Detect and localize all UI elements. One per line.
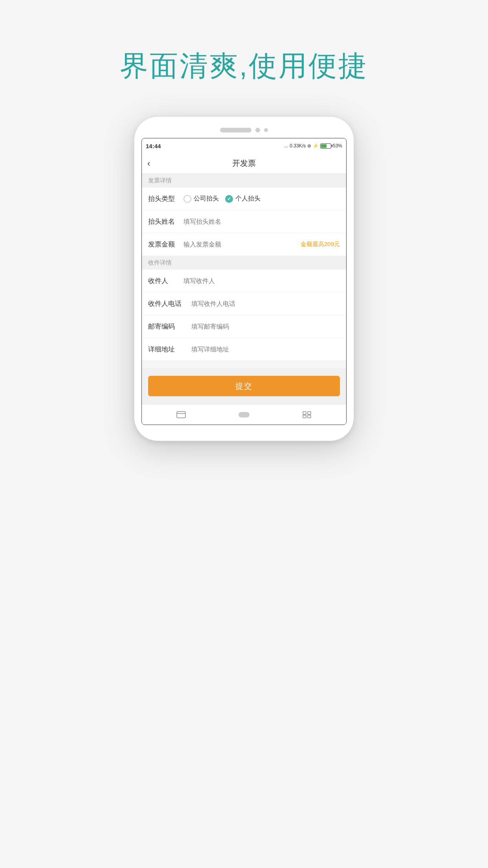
spacer	[142, 361, 346, 368]
page-title: 界面清爽,使用便捷	[120, 47, 368, 85]
header-name-label: 抬头姓名	[148, 217, 183, 226]
svg-rect-4	[303, 415, 306, 418]
navigation-bar: ‹ 开发票	[142, 153, 346, 174]
nav-apps-icon[interactable]	[301, 410, 312, 419]
header-type-label: 抬头类型	[148, 194, 183, 203]
personal-radio[interactable]: ✓	[225, 195, 233, 203]
speed-text: 0.33K/s	[290, 143, 306, 149]
personal-option[interactable]: ✓ 个人抬头	[225, 195, 261, 203]
submit-area: 提交	[142, 368, 346, 404]
company-radio[interactable]	[183, 195, 191, 203]
recipient-label: 收件人	[148, 276, 183, 285]
header-name-input[interactable]	[183, 218, 340, 225]
recipient-input[interactable]	[183, 278, 340, 285]
svg-rect-3	[308, 412, 311, 414]
header-type-row: 抬头类型 公司抬头 ✓ 个人抬头	[142, 188, 346, 210]
phone-label: 收件人电话	[148, 299, 191, 308]
charge-icon: ⚡	[313, 143, 319, 149]
battery-percent: 53%	[333, 143, 342, 149]
address-input[interactable]	[191, 346, 340, 353]
phone-input[interactable]	[191, 300, 340, 307]
header-name-row: 抬头姓名	[142, 210, 346, 233]
amount-input[interactable]	[183, 241, 301, 248]
page-nav-title: 开发票	[232, 158, 256, 169]
phone-camera-dot	[255, 128, 260, 132]
bottom-nav	[142, 404, 346, 425]
status-icons: ... 0.33K/s ⊛ ⚡ 53%	[284, 143, 342, 149]
invoice-detail-header: 发票详情	[142, 174, 346, 188]
phone-outer: 14:44 ... 0.33K/s ⊛ ⚡ 53% ‹ 开发票	[134, 116, 354, 441]
amount-row: 发票金额 金额最高209元	[142, 233, 346, 256]
amount-hint: 金额最高209元	[301, 241, 340, 248]
check-icon: ✓	[227, 196, 231, 202]
recipient-row: 收件人	[142, 270, 346, 292]
svg-rect-2	[303, 412, 306, 414]
back-button[interactable]: ‹	[147, 158, 150, 169]
nav-back-icon[interactable]	[176, 410, 187, 419]
company-label: 公司抬头	[194, 195, 219, 203]
submit-button[interactable]: 提交	[148, 376, 340, 396]
phone-wrapper: 14:44 ... 0.33K/s ⊛ ⚡ 53% ‹ 开发票	[134, 116, 354, 441]
address-row: 详细地址	[142, 338, 346, 361]
amount-label: 发票金额	[148, 240, 183, 249]
phone-speaker	[220, 128, 251, 132]
address-label: 详细地址	[148, 345, 191, 354]
phone-screen: 14:44 ... 0.33K/s ⊛ ⚡ 53% ‹ 开发票	[141, 138, 347, 425]
svg-rect-0	[177, 412, 185, 418]
zip-input[interactable]	[191, 323, 340, 330]
zip-row: 邮寄编码	[142, 315, 346, 338]
company-option[interactable]: 公司抬头	[183, 195, 219, 203]
status-bar: 14:44 ... 0.33K/s ⊛ ⚡ 53%	[142, 138, 346, 153]
phone-top-bar	[141, 128, 347, 132]
status-time: 14:44	[146, 143, 161, 149]
nav-home-icon[interactable]	[238, 410, 250, 419]
battery-indicator	[320, 143, 331, 149]
svg-rect-5	[308, 415, 311, 418]
header-type-options: 公司抬头 ✓ 个人抬头	[183, 195, 340, 203]
phone-row: 收件人电话	[142, 292, 346, 315]
signal-icon: ...	[284, 143, 288, 149]
personal-label: 个人抬头	[235, 195, 261, 203]
phone-camera-dot2	[264, 128, 268, 132]
wifi-icon: ⊛	[307, 143, 311, 149]
zip-label: 邮寄编码	[148, 322, 191, 331]
shipping-detail-header: 收件详情	[142, 256, 346, 270]
